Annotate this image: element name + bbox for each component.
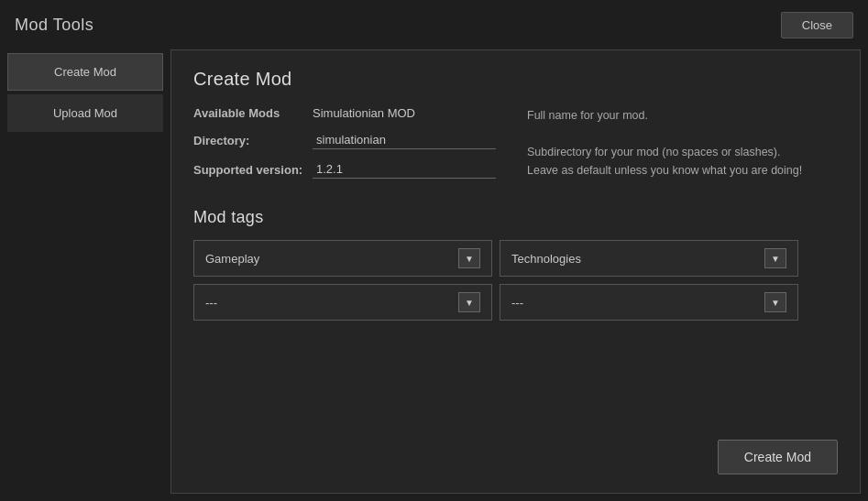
supported-version-row: Supported version: xyxy=(193,160,505,179)
mod-tags-section: Mod tags Gameplay ▼ Technologies ▼ --- ▼ xyxy=(193,208,838,321)
directory-row: Directory: xyxy=(193,131,505,149)
sidebar-item-create-mod[interactable]: Create Mod xyxy=(7,53,163,91)
tag-dropdown-2-arrow: ▼ xyxy=(764,248,786,268)
mod-tags-title: Mod tags xyxy=(193,208,838,227)
available-mods-value: Simulationian MOD xyxy=(313,106,415,120)
directory-label: Directory: xyxy=(193,134,313,147)
create-mod-button[interactable]: Create Mod xyxy=(718,440,838,474)
help-text-line1: Full name for your mod. xyxy=(527,109,648,122)
content-panel: Create Mod Available Mods Simulationian … xyxy=(170,49,861,494)
tag-dropdown-1-value: Gameplay xyxy=(205,252,259,266)
tag-dropdown-2-value: Technologies xyxy=(511,252,581,266)
help-text-line2: Subdirectory for your mod (no spaces or … xyxy=(527,146,781,158)
tag-dropdown-4[interactable]: --- ▼ xyxy=(500,284,798,321)
directory-input[interactable] xyxy=(313,131,496,149)
form-section: Available Mods Simulationian MOD Directo… xyxy=(193,106,838,190)
tags-grid: Gameplay ▼ Technologies ▼ --- ▼ --- ▼ xyxy=(193,240,798,321)
tag-dropdown-4-value: --- xyxy=(511,296,523,310)
tag-dropdown-1-arrow: ▼ xyxy=(458,248,480,268)
help-text-line3: Leave as default unless you know what yo… xyxy=(527,164,802,177)
close-button[interactable]: Close xyxy=(781,12,853,38)
tag-dropdown-3[interactable]: --- ▼ xyxy=(193,284,492,321)
tag-dropdown-1[interactable]: Gameplay ▼ xyxy=(193,240,492,277)
available-mods-row: Available Mods Simulationian MOD xyxy=(193,106,505,120)
form-fields: Available Mods Simulationian MOD Directo… xyxy=(193,106,505,190)
main-layout: Create Mod Upload Mod Create Mod Availab… xyxy=(0,49,868,501)
available-mods-label: Available Mods xyxy=(193,106,313,120)
footer: Create Mod xyxy=(193,429,838,474)
app-window: Mod Tools Close Create Mod Upload Mod Cr… xyxy=(0,0,868,501)
tag-dropdown-3-arrow: ▼ xyxy=(458,292,480,312)
help-text: Full name for your mod. Subdirectory for… xyxy=(527,106,838,190)
content-title: Create Mod xyxy=(193,69,838,90)
tag-dropdown-2[interactable]: Technologies ▼ xyxy=(500,240,798,277)
tag-dropdown-3-value: --- xyxy=(205,296,217,310)
sidebar-item-upload-mod[interactable]: Upload Mod xyxy=(7,94,163,132)
sidebar: Create Mod Upload Mod xyxy=(7,49,163,494)
app-title: Mod Tools xyxy=(15,16,93,35)
tag-dropdown-4-arrow: ▼ xyxy=(764,292,786,312)
header: Mod Tools Close xyxy=(0,0,868,49)
supported-version-input[interactable] xyxy=(313,160,496,179)
supported-version-label: Supported version: xyxy=(193,163,313,177)
